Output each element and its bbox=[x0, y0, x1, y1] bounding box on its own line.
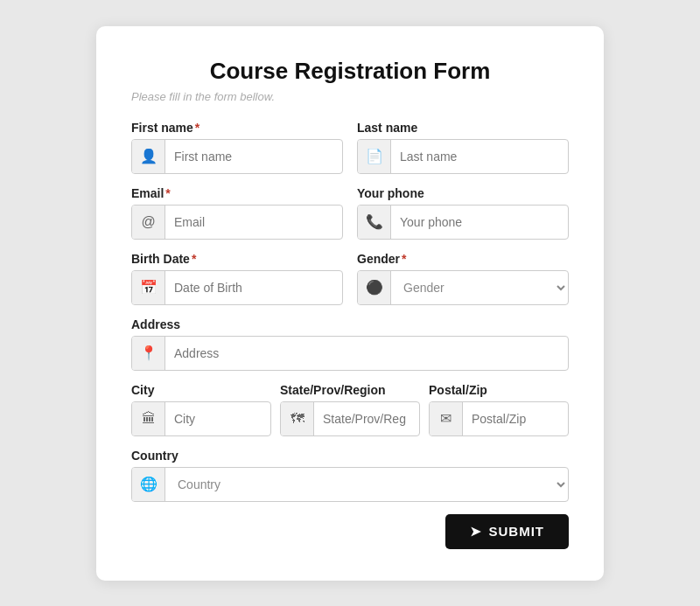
city-state-postal-row: City 🏛 State/Prov/Region 🗺 Postal/Zip ✉ bbox=[131, 383, 569, 436]
postal-input-wrapper: ✉ bbox=[429, 401, 569, 436]
calendar-icon: 📅 bbox=[132, 271, 165, 304]
birth-date-input[interactable] bbox=[165, 271, 342, 304]
state-input-wrapper: 🗺 bbox=[280, 401, 420, 436]
last-name-label: Last name bbox=[357, 121, 569, 135]
submit-label: SUBMIT bbox=[489, 524, 545, 539]
first-name-required: * bbox=[195, 121, 200, 135]
postal-label: Postal/Zip bbox=[429, 383, 569, 397]
birth-date-input-wrapper: 📅 bbox=[131, 270, 343, 305]
state-input[interactable] bbox=[314, 402, 419, 435]
phone-input-wrapper: 📞 bbox=[357, 205, 569, 240]
phone-icon: 📞 bbox=[358, 205, 391, 239]
gender-input-wrapper: ⚫ GenderMaleFemaleOther bbox=[357, 270, 569, 305]
first-name-label: First name* bbox=[131, 121, 343, 135]
phone-group: Your phone 📞 bbox=[357, 186, 569, 240]
country-input-wrapper: 🌐 CountryUnited StatesCanadaUnited Kingd… bbox=[131, 467, 569, 502]
address-input-wrapper: 📍 bbox=[131, 336, 569, 371]
address-group: Address 📍 bbox=[131, 317, 569, 371]
person-icon: 👤 bbox=[132, 140, 165, 173]
city-input[interactable] bbox=[165, 402, 270, 435]
address-row: Address 📍 bbox=[131, 317, 569, 371]
email-input[interactable] bbox=[165, 205, 342, 239]
at-icon: @ bbox=[132, 205, 165, 239]
phone-input[interactable] bbox=[391, 205, 568, 239]
first-name-input-wrapper: 👤 bbox=[131, 139, 343, 174]
gender-select[interactable]: GenderMaleFemaleOther bbox=[391, 271, 568, 304]
submit-row: ➤ SUBMIT bbox=[131, 514, 569, 549]
gender-label: Gender* bbox=[357, 252, 569, 266]
globe-icon: 🌐 bbox=[132, 468, 165, 501]
birth-required: * bbox=[192, 252, 196, 266]
form-subtitle: Please fill in the form bellow. bbox=[131, 90, 569, 103]
city-icon: 🏛 bbox=[132, 402, 165, 435]
country-label: Country bbox=[131, 449, 569, 463]
gender-required: * bbox=[402, 252, 406, 266]
postal-input[interactable] bbox=[463, 402, 568, 435]
state-group: State/Prov/Region 🗺 bbox=[280, 383, 420, 436]
phone-label: Your phone bbox=[357, 186, 569, 200]
country-group: Country 🌐 CountryUnited StatesCanadaUnit… bbox=[131, 449, 569, 502]
first-name-group: First name* 👤 bbox=[131, 121, 343, 174]
email-phone-row: Email* @ Your phone 📞 bbox=[131, 186, 569, 240]
birth-date-label: Birth Date* bbox=[131, 252, 343, 266]
address-input[interactable] bbox=[165, 337, 568, 370]
city-label: City bbox=[131, 383, 271, 397]
email-required: * bbox=[165, 186, 170, 200]
registration-card: Course Registration Form Please fill in … bbox=[96, 26, 604, 581]
city-group: City 🏛 bbox=[131, 383, 271, 436]
birth-date-group: Birth Date* 📅 bbox=[131, 252, 343, 305]
first-name-input[interactable] bbox=[165, 140, 342, 173]
location-icon: 📍 bbox=[132, 337, 165, 370]
last-name-input[interactable] bbox=[391, 140, 568, 173]
submit-button[interactable]: ➤ SUBMIT bbox=[445, 514, 570, 549]
last-name-input-wrapper: 📄 bbox=[357, 139, 569, 174]
email-group: Email* @ bbox=[131, 186, 343, 240]
name-row: First name* 👤 Last name 📄 bbox=[131, 121, 569, 174]
birth-gender-row: Birth Date* 📅 Gender* ⚫ GenderMaleFemale… bbox=[131, 252, 569, 305]
last-name-group: Last name 📄 bbox=[357, 121, 569, 174]
send-icon: ➤ bbox=[470, 524, 482, 540]
country-select[interactable]: CountryUnited StatesCanadaUnited Kingdom… bbox=[165, 468, 568, 501]
id-icon: 📄 bbox=[358, 140, 391, 173]
postal-group: Postal/Zip ✉ bbox=[429, 383, 569, 436]
registration-form: First name* 👤 Last name 📄 Email* bbox=[131, 121, 569, 549]
state-label: State/Prov/Region bbox=[280, 383, 420, 397]
form-title: Course Registration Form bbox=[131, 58, 569, 85]
gender-group: Gender* ⚫ GenderMaleFemaleOther bbox=[357, 252, 569, 305]
email-label: Email* bbox=[131, 186, 343, 200]
address-label: Address bbox=[131, 317, 569, 331]
country-row: Country 🌐 CountryUnited StatesCanadaUnit… bbox=[131, 449, 569, 502]
gender-icon: ⚫ bbox=[358, 271, 391, 304]
city-input-wrapper: 🏛 bbox=[131, 401, 271, 436]
email-input-wrapper: @ bbox=[131, 205, 343, 240]
mail-icon: ✉ bbox=[430, 402, 463, 435]
map-icon: 🗺 bbox=[281, 402, 314, 435]
